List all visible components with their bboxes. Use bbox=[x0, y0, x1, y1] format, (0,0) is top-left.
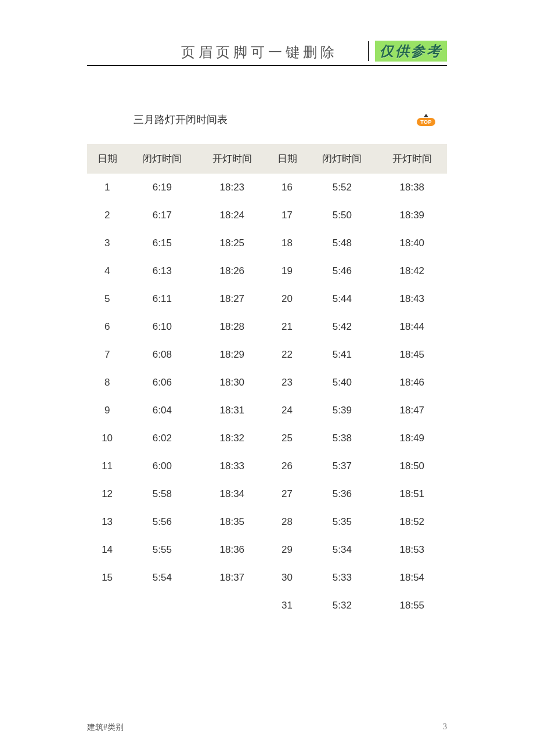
table-cell: 24 bbox=[267, 397, 307, 424]
table-cell: 5:39 bbox=[307, 397, 377, 424]
table-cell: 5:42 bbox=[307, 313, 377, 341]
table-cell: 18:35 bbox=[197, 508, 267, 536]
table-cell: 17 bbox=[267, 201, 307, 229]
table-cell: 6:04 bbox=[127, 397, 197, 424]
table-row: 16:1918:23165:5218:38 bbox=[87, 174, 447, 201]
col-on-b: 开灯时间 bbox=[377, 144, 447, 174]
table-cell: 5:58 bbox=[127, 480, 197, 508]
table-cell: 18:39 bbox=[377, 201, 447, 229]
table-cell: 30 bbox=[267, 564, 307, 592]
table-row: 66:1018:28215:4218:44 bbox=[87, 313, 447, 341]
table-row: 155:5418:37305:3318:54 bbox=[87, 564, 447, 592]
table-cell: 31 bbox=[267, 592, 307, 620]
reference-badge: 仅供参考 bbox=[375, 41, 447, 62]
table-cell: 8 bbox=[87, 369, 127, 397]
table-cell: 18:31 bbox=[197, 397, 267, 424]
table-cell: 6:17 bbox=[127, 201, 197, 229]
table-cell: 23 bbox=[267, 369, 307, 397]
table-cell: 5:48 bbox=[307, 229, 377, 257]
col-date-a: 日期 bbox=[87, 144, 127, 174]
table-cell: 2 bbox=[87, 201, 127, 229]
table-cell: 9 bbox=[87, 397, 127, 424]
table-row: 36:1518:25185:4818:40 bbox=[87, 229, 447, 257]
table-cell: 18:36 bbox=[197, 536, 267, 564]
table-cell bbox=[197, 592, 267, 620]
table-cell: 18:25 bbox=[197, 229, 267, 257]
schedule-table: 日期 闭灯时间 开灯时间 日期 闭灯时间 开灯时间 16:1918:23165:… bbox=[87, 144, 447, 620]
table-cell: 18:34 bbox=[197, 480, 267, 508]
table-cell: 5 bbox=[87, 285, 127, 313]
page-footer: 建筑#类别 3 bbox=[87, 722, 447, 733]
table-cell: 1 bbox=[87, 174, 127, 201]
table-cell: 10 bbox=[87, 424, 127, 452]
table-cell: 6:02 bbox=[127, 424, 197, 452]
table-cell: 5:36 bbox=[307, 480, 377, 508]
table-cell: 18:33 bbox=[197, 452, 267, 480]
table-cell: 5:34 bbox=[307, 536, 377, 564]
table-cell: 6:08 bbox=[127, 341, 197, 369]
table-body: 16:1918:23165:5218:3826:1718:24175:5018:… bbox=[87, 174, 447, 620]
table-cell: 5:56 bbox=[127, 508, 197, 536]
table-cell: 18:49 bbox=[377, 424, 447, 452]
table-cell: 18:42 bbox=[377, 257, 447, 285]
table-cell: 6:13 bbox=[127, 257, 197, 285]
table-cell: 18:53 bbox=[377, 536, 447, 564]
table-cell: 18:55 bbox=[377, 592, 447, 620]
top-label: TOP bbox=[417, 118, 435, 126]
table-row: 125:5818:34275:3618:51 bbox=[87, 480, 447, 508]
table-cell: 6:10 bbox=[127, 313, 197, 341]
table-cell: 14 bbox=[87, 536, 127, 564]
col-on-a: 开灯时间 bbox=[197, 144, 267, 174]
header-right: 仅供参考 bbox=[368, 41, 447, 62]
table-cell: 5:32 bbox=[307, 592, 377, 620]
table-cell: 18:23 bbox=[197, 174, 267, 201]
table-cell: 12 bbox=[87, 480, 127, 508]
table-cell: 4 bbox=[87, 257, 127, 285]
table-cell: 18:28 bbox=[197, 313, 267, 341]
table-cell: 18:51 bbox=[377, 480, 447, 508]
table-cell: 11 bbox=[87, 452, 127, 480]
table-cell: 18:27 bbox=[197, 285, 267, 313]
table-cell: 5:38 bbox=[307, 424, 377, 452]
table-row: 96:0418:31245:3918:47 bbox=[87, 397, 447, 424]
table-cell: 18:30 bbox=[197, 369, 267, 397]
table-cell: 18:46 bbox=[377, 369, 447, 397]
page-header: 页眉页脚可一键删除 仅供参考 bbox=[87, 41, 447, 66]
col-date-b: 日期 bbox=[267, 144, 307, 174]
table-cell: 6:00 bbox=[127, 452, 197, 480]
table-row: 76:0818:29225:4118:45 bbox=[87, 341, 447, 369]
table-cell: 18:43 bbox=[377, 285, 447, 313]
table-cell: 18:45 bbox=[377, 341, 447, 369]
table-cell: 27 bbox=[267, 480, 307, 508]
footer-left: 建筑#类别 bbox=[87, 722, 124, 733]
table-cell: 18:54 bbox=[377, 564, 447, 592]
section-heading: 三月路灯开闭时间表 bbox=[134, 113, 228, 127]
table-header-row: 日期 闭灯时间 开灯时间 日期 闭灯时间 开灯时间 bbox=[87, 144, 447, 174]
table-cell: 5:41 bbox=[307, 341, 377, 369]
table-row: 116:0018:33265:3718:50 bbox=[87, 452, 447, 480]
table-cell: 5:46 bbox=[307, 257, 377, 285]
table-cell: 18:44 bbox=[377, 313, 447, 341]
table-cell: 5:50 bbox=[307, 201, 377, 229]
table-cell: 18:37 bbox=[197, 564, 267, 592]
table-cell: 5:52 bbox=[307, 174, 377, 201]
table-cell: 6 bbox=[87, 313, 127, 341]
table-cell: 22 bbox=[267, 341, 307, 369]
table-cell: 6:15 bbox=[127, 229, 197, 257]
col-off-b: 闭灯时间 bbox=[307, 144, 377, 174]
table-cell: 15 bbox=[87, 564, 127, 592]
table-cell: 5:37 bbox=[307, 452, 377, 480]
table-row: 145:5518:36295:3418:53 bbox=[87, 536, 447, 564]
table-cell: 18:26 bbox=[197, 257, 267, 285]
go-top-button[interactable]: TOP bbox=[417, 114, 435, 126]
col-off-a: 闭灯时间 bbox=[127, 144, 197, 174]
table-cell: 18:40 bbox=[377, 229, 447, 257]
table-row: 56:1118:27205:4418:43 bbox=[87, 285, 447, 313]
table-cell: 18:32 bbox=[197, 424, 267, 452]
triangle-up-icon bbox=[424, 114, 428, 117]
table-cell: 26 bbox=[267, 452, 307, 480]
table-cell: 19 bbox=[267, 257, 307, 285]
table-cell: 18 bbox=[267, 229, 307, 257]
table-cell: 6:06 bbox=[127, 369, 197, 397]
table-row: 315:3218:55 bbox=[87, 592, 447, 620]
